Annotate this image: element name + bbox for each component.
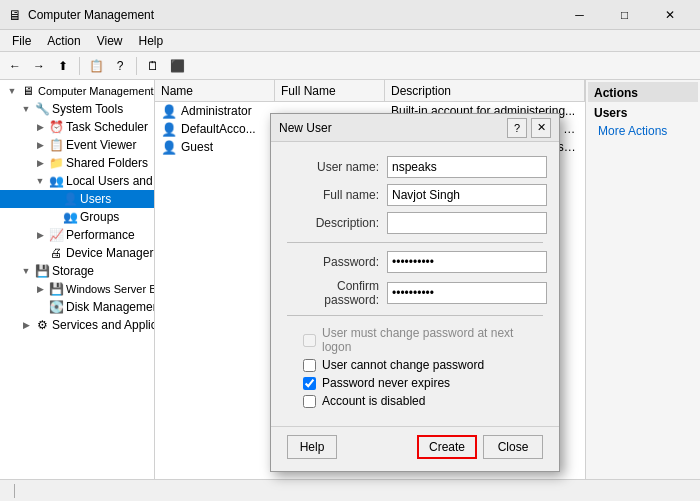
checkbox-account-disabled-row: Account is disabled (287, 392, 543, 410)
toolbar-forward[interactable]: → (28, 55, 50, 77)
expand-icon: ▼ (32, 176, 48, 186)
expand-icon: ▶ (18, 320, 34, 330)
toolbar-up[interactable]: ⬆ (52, 55, 74, 77)
column-header-fullname[interactable]: Full Name (275, 80, 385, 101)
menu-file[interactable]: File (4, 30, 39, 51)
toolbar-export[interactable]: 🗒 (142, 55, 164, 77)
form-separator-2 (287, 315, 543, 316)
password-input[interactable] (387, 251, 547, 273)
groups-icon: 👥 (62, 210, 78, 224)
user-name-label: DefaultAcco... (181, 122, 256, 136)
description-row: Description: (287, 212, 543, 234)
dialog-title: New User (279, 121, 332, 135)
toolbar-settings[interactable]: ⬛ (166, 55, 188, 77)
tree-item-services[interactable]: ▶ ⚙ Services and Applications (0, 316, 154, 334)
menu-view[interactable]: View (89, 30, 131, 51)
toolbar-separator-1 (79, 57, 80, 75)
minimize-button[interactable]: ─ (557, 0, 602, 30)
new-user-dialog: New User ? ✕ User name: Full name: Descr… (270, 113, 560, 472)
account-disabled-checkbox[interactable] (303, 395, 316, 408)
title-bar-controls: ─ □ ✕ (557, 0, 692, 30)
tree-label: Windows Server Backu (64, 283, 155, 295)
services-icon: ⚙ (34, 318, 50, 332)
username-label: User name: (287, 160, 387, 174)
toolbar-properties[interactable]: 📋 (85, 55, 107, 77)
description-input[interactable] (387, 212, 547, 234)
user-icon: 👤 (161, 140, 177, 155)
status-separator (14, 484, 15, 498)
tree-item-disk-management[interactable]: 💽 Disk Management (0, 298, 154, 316)
username-row: User name: (287, 156, 543, 178)
close-button[interactable]: ✕ (647, 0, 692, 30)
never-expires-label[interactable]: Password never expires (322, 376, 450, 390)
help-button[interactable]: Help (287, 435, 337, 459)
menu-bar: File Action View Help (0, 30, 700, 52)
expand-icon: ▶ (32, 284, 48, 294)
user-icon: 👤 (161, 122, 177, 137)
username-input[interactable] (387, 156, 547, 178)
tree-label: Disk Management (64, 300, 155, 314)
confirm-password-input[interactable] (387, 282, 547, 304)
checkbox-never-expires-row: Password never expires (287, 374, 543, 392)
fullname-input[interactable] (387, 184, 547, 206)
tree-item-users[interactable]: 👤 Users (0, 190, 154, 208)
description-label: Description: (287, 216, 387, 230)
confirm-label: Confirm password: (287, 279, 387, 307)
disk-icon: 💽 (48, 300, 64, 314)
tree-item-computer-management[interactable]: ▼ 🖥 Computer Management (Loca (0, 82, 154, 100)
expand-icon: ▶ (32, 230, 48, 240)
confirm-password-row: Confirm password: (287, 279, 543, 307)
event-viewer-icon: 📋 (48, 138, 64, 152)
actions-section: Users (588, 104, 698, 122)
menu-help[interactable]: Help (131, 30, 172, 51)
shared-folders-icon: 📁 (48, 156, 64, 170)
toolbar-back[interactable]: ← (4, 55, 26, 77)
tree-panel: ▼ 🖥 Computer Management (Loca ▼ 🔧 System… (0, 80, 155, 479)
tree-item-groups[interactable]: 👥 Groups (0, 208, 154, 226)
toolbar-help[interactable]: ? (109, 55, 131, 77)
tree-label: Storage (50, 264, 94, 278)
tree-label: Event Viewer (64, 138, 136, 152)
never-expires-checkbox[interactable] (303, 377, 316, 390)
menu-action[interactable]: Action (39, 30, 88, 51)
user-name-cell: 👤 Guest (155, 140, 275, 155)
dialog-close-button[interactable]: ✕ (531, 118, 551, 138)
tree-item-device-manager[interactable]: 🖨 Device Manager (0, 244, 154, 262)
column-header-name[interactable]: Name (155, 80, 275, 101)
tree-item-storage[interactable]: ▼ 💾 Storage (0, 262, 154, 280)
tree-label: Computer Management (Loca (36, 85, 155, 97)
window-title: Computer Management (28, 8, 154, 22)
close-dialog-button[interactable]: Close (483, 435, 543, 459)
tree-item-performance[interactable]: ▶ 📈 Performance (0, 226, 154, 244)
expand-icon: ▶ (32, 122, 48, 132)
tree-label: Task Scheduler (64, 120, 148, 134)
tree-item-shared-folders[interactable]: ▶ 📁 Shared Folders (0, 154, 154, 172)
tree-item-windows-backup[interactable]: ▶ 💾 Windows Server Backu (0, 280, 154, 298)
user-name-label: Administrator (181, 104, 252, 118)
create-button[interactable]: Create (417, 435, 477, 459)
password-row: Password: (287, 251, 543, 273)
expand-icon: ▼ (4, 86, 20, 96)
cannot-change-label[interactable]: User cannot change password (322, 358, 484, 372)
tree-label: Shared Folders (64, 156, 148, 170)
expand-icon: ▶ (32, 140, 48, 150)
tree-item-system-tools[interactable]: ▼ 🔧 System Tools (0, 100, 154, 118)
local-users-icon: 👥 (48, 174, 64, 188)
list-header: Name Full Name Description (155, 80, 585, 102)
tree-item-local-users-groups[interactable]: ▼ 👥 Local Users and Groups (0, 172, 154, 190)
dialog-help-button[interactable]: ? (507, 118, 527, 138)
dialog-titlebar: New User ? ✕ (271, 114, 559, 142)
toolbar-separator-2 (136, 57, 137, 75)
tree-item-task-scheduler[interactable]: ▶ ⏰ Task Scheduler (0, 118, 154, 136)
expand-icon: ▼ (18, 104, 34, 114)
action-more-actions[interactable]: More Actions (588, 122, 698, 140)
column-header-description[interactable]: Description (385, 80, 585, 101)
expand-icon: ▶ (32, 158, 48, 168)
tree-label: System Tools (50, 102, 123, 116)
fullname-label: Full name: (287, 188, 387, 202)
cannot-change-checkbox[interactable] (303, 359, 316, 372)
tree-item-event-viewer[interactable]: ▶ 📋 Event Viewer (0, 136, 154, 154)
account-disabled-label[interactable]: Account is disabled (322, 394, 425, 408)
tree-label: Services and Applications (50, 318, 155, 332)
maximize-button[interactable]: □ (602, 0, 647, 30)
